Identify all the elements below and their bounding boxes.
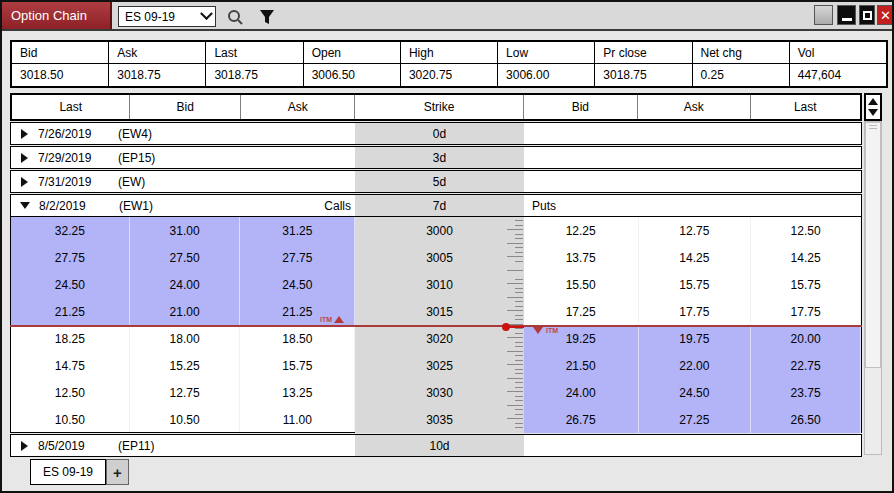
expiry-row-0726[interactable]: 7/26/2019 (EW4) 0d bbox=[10, 122, 862, 145]
put-last-cell[interactable]: 26.50 bbox=[751, 406, 861, 433]
quote-cell-low: Low 3006.00 bbox=[498, 42, 595, 86]
put-ask-cell[interactable]: 27.25 bbox=[639, 406, 752, 433]
strike-row-3015: 21.25 21.00 21.25 3015 17.25 17.75 17.75 bbox=[11, 298, 861, 325]
quote-value: 0.25 bbox=[693, 64, 789, 86]
search-button[interactable] bbox=[224, 6, 246, 28]
quote-cell-ask: Ask 3018.75 bbox=[109, 42, 206, 86]
call-bid-cell[interactable]: 24.00 bbox=[130, 271, 241, 298]
put-ask-cell[interactable]: 19.75 bbox=[639, 325, 752, 352]
scrollbar-thumb[interactable] bbox=[865, 122, 881, 368]
quote-value: 3018.75 bbox=[595, 64, 691, 86]
call-last-cell[interactable]: 14.75 bbox=[11, 352, 130, 379]
put-ask-cell[interactable]: 14.25 bbox=[639, 244, 752, 271]
call-ask-cell[interactable]: 24.50 bbox=[240, 271, 355, 298]
scroll-up-icon[interactable] bbox=[868, 98, 878, 105]
call-last-cell[interactable]: 10.50 bbox=[11, 406, 130, 433]
window-title: Option Chain bbox=[2, 2, 112, 29]
call-bid-cell[interactable]: 31.00 bbox=[130, 217, 241, 244]
call-bid-cell[interactable]: 18.00 bbox=[130, 325, 241, 352]
put-bid-cell[interactable]: 15.50 bbox=[524, 271, 639, 298]
put-ask-cell[interactable]: 24.50 bbox=[639, 379, 752, 406]
call-ask-cell[interactable]: 31.25 bbox=[240, 217, 355, 244]
quote-label: Net chg bbox=[693, 42, 789, 64]
quote-label: High bbox=[401, 42, 497, 64]
call-last-cell[interactable]: 21.25 bbox=[11, 298, 130, 325]
days-to-expiry: 0d bbox=[355, 123, 524, 144]
close-button[interactable]: ✕ bbox=[877, 5, 894, 25]
put-bid-cell[interactable]: 24.00 bbox=[524, 379, 639, 406]
call-ask-cell[interactable]: 11.00 bbox=[240, 406, 355, 433]
filter-icon bbox=[259, 9, 275, 26]
put-bid-cell[interactable]: 13.75 bbox=[524, 244, 639, 271]
call-bid-cell[interactable]: 27.50 bbox=[130, 244, 241, 271]
symbol-dropdown[interactable]: ES 09-19 bbox=[118, 6, 216, 27]
vertical-scrollbar[interactable] bbox=[864, 121, 882, 455]
add-tab-button[interactable]: + bbox=[106, 459, 129, 485]
close-icon: ✕ bbox=[880, 8, 891, 23]
call-ask-cell[interactable]: 27.75 bbox=[240, 244, 355, 271]
strike-cell: 3005 bbox=[355, 244, 524, 271]
call-ask-cell[interactable]: 18.50 bbox=[240, 325, 355, 352]
expand-collapsed-icon[interactable] bbox=[21, 177, 28, 187]
call-last-cell[interactable]: 24.50 bbox=[11, 271, 130, 298]
itm-down-triangle-icon bbox=[533, 327, 543, 334]
maximize-icon bbox=[863, 11, 872, 20]
window-extra-button[interactable] bbox=[814, 5, 833, 25]
strike-row-3030: 12.50 12.75 13.25 3030 24.00 24.50 23.75 bbox=[11, 379, 861, 406]
expiry-row-0802-expanded[interactable]: 8/2/2019 (EW1) Calls 7d Puts bbox=[10, 194, 862, 217]
put-ask-cell[interactable]: 22.00 bbox=[639, 352, 752, 379]
strike-row-3000: 32.25 31.00 31.25 3000 12.25 12.75 12.50 bbox=[11, 217, 861, 244]
call-ask-cell[interactable]: 13.25 bbox=[240, 379, 355, 406]
put-bid-cell[interactable]: 21.50 bbox=[524, 352, 639, 379]
call-last-cell[interactable]: 32.25 bbox=[11, 217, 130, 244]
expiry-row-0805[interactable]: 8/5/2019 (EP11) 10d bbox=[10, 434, 862, 457]
itm-up-triangle-icon bbox=[334, 316, 344, 323]
strike-cell: 3020 bbox=[355, 325, 524, 352]
call-last-cell[interactable]: 27.75 bbox=[11, 244, 130, 271]
expiry-date: 8/2/2019 bbox=[39, 199, 111, 213]
put-last-cell[interactable]: 14.25 bbox=[751, 244, 861, 271]
expiry-row-0731[interactable]: 7/31/2019 (EW) 5d bbox=[10, 170, 862, 193]
strike-cell: 3015 bbox=[355, 298, 524, 325]
plus-icon: + bbox=[113, 464, 122, 481]
expand-collapsed-icon[interactable] bbox=[21, 129, 28, 139]
put-bid-cell[interactable]: 17.25 bbox=[524, 298, 639, 325]
put-last-cell[interactable]: 22.75 bbox=[751, 352, 861, 379]
call-bid-cell[interactable]: 15.25 bbox=[130, 352, 241, 379]
put-last-cell[interactable]: 17.75 bbox=[751, 298, 861, 325]
call-last-cell[interactable]: 12.50 bbox=[11, 379, 130, 406]
underlying-price-line bbox=[10, 325, 862, 327]
scroll-arrow-buttons[interactable] bbox=[864, 93, 882, 121]
put-ask-cell[interactable]: 17.75 bbox=[639, 298, 752, 325]
header-put-ask: Ask bbox=[638, 95, 750, 119]
expand-collapsed-icon[interactable] bbox=[21, 441, 28, 451]
puts-itm-marker: ITM bbox=[533, 327, 558, 334]
put-last-cell[interactable]: 12.50 bbox=[751, 217, 861, 244]
put-last-cell[interactable]: 20.00 bbox=[751, 325, 861, 352]
call-bid-cell[interactable]: 10.50 bbox=[130, 406, 241, 433]
tab-es-09-19[interactable]: ES 09-19 bbox=[30, 459, 106, 485]
put-bid-cell[interactable]: 26.75 bbox=[524, 406, 639, 433]
put-ask-cell[interactable]: 12.75 bbox=[639, 217, 752, 244]
expiry-row-0729[interactable]: 7/29/2019 (EP15) 3d bbox=[10, 146, 862, 169]
expand-expanded-icon[interactable] bbox=[20, 202, 30, 209]
call-bid-cell[interactable]: 21.00 bbox=[130, 298, 241, 325]
put-ask-cell[interactable]: 15.75 bbox=[639, 271, 752, 298]
scroll-down-icon[interactable] bbox=[868, 109, 878, 116]
tab-label: ES 09-19 bbox=[43, 465, 93, 479]
minimize-button[interactable] bbox=[837, 5, 856, 25]
days-to-expiry: 7d bbox=[355, 195, 524, 216]
call-last-cell[interactable]: 18.25 bbox=[11, 325, 130, 352]
call-ask-cell[interactable]: 15.75 bbox=[240, 352, 355, 379]
strike-row-3035: 10.50 10.50 11.00 3035 26.75 27.25 26.50 bbox=[11, 406, 861, 433]
minimize-icon bbox=[842, 18, 852, 21]
put-bid-cell[interactable]: 12.25 bbox=[524, 217, 639, 244]
put-last-cell[interactable]: 15.75 bbox=[751, 271, 861, 298]
put-last-cell[interactable]: 23.75 bbox=[751, 379, 861, 406]
call-bid-cell[interactable]: 12.75 bbox=[130, 379, 241, 406]
expand-collapsed-icon[interactable] bbox=[21, 153, 28, 163]
filter-button[interactable] bbox=[256, 6, 278, 28]
maximize-button[interactable] bbox=[859, 5, 875, 25]
titlebar: Option Chain ES 09-19 ✕ bbox=[2, 2, 892, 31]
quote-value: 447,604 bbox=[790, 64, 886, 86]
